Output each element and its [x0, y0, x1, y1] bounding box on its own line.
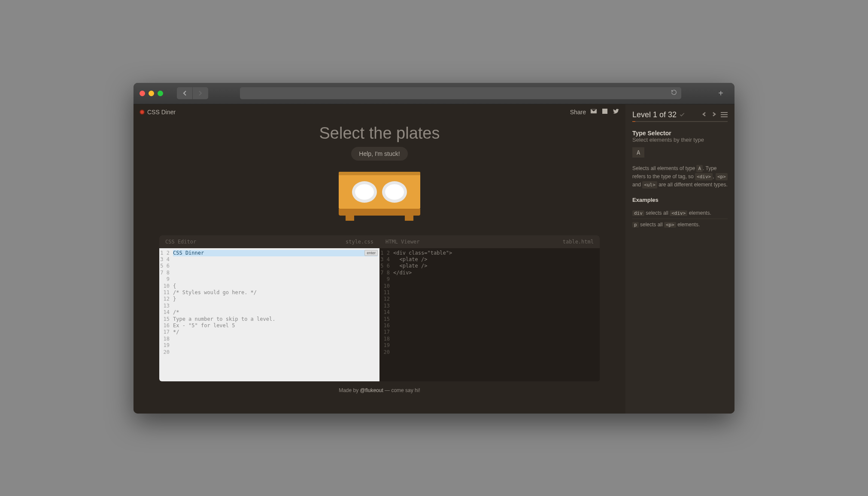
- share-label: Share: [570, 109, 586, 116]
- level-header: Level 1 of 32: [632, 110, 728, 119]
- enter-button[interactable]: enter: [364, 250, 378, 256]
- syntax-box: A: [632, 147, 644, 158]
- app-title-text: CSS Diner: [147, 109, 176, 116]
- minimize-window-button[interactable]: [149, 91, 154, 96]
- twitter-icon[interactable]: [613, 108, 619, 116]
- share-section: Share: [570, 108, 619, 116]
- example-row: div selects all <div> elements.: [632, 207, 728, 219]
- sidebar: Level 1 of 32 Type Selector Select eleme…: [625, 104, 734, 414]
- email-icon[interactable]: [590, 108, 597, 116]
- selector-subtitle: Select elements by their type: [632, 137, 728, 143]
- html-code: <div class="table"> <plate /> <plate /> …: [392, 248, 600, 381]
- css-editor-header: CSS Editor style.css: [159, 235, 379, 248]
- hero: Select the plates Help, I'm stuck!: [134, 120, 625, 229]
- maximize-window-button[interactable]: [158, 91, 163, 96]
- menu-icon[interactable]: [721, 112, 728, 117]
- css-filename: style.css: [346, 239, 373, 245]
- app-topbar: CSS Diner Share: [134, 104, 625, 120]
- table-edge: [339, 209, 420, 216]
- css-editor-pane: CSS Editor style.css 1 2 3 4 5 6 7 8 9 1…: [159, 235, 379, 381]
- table-scene: [339, 172, 420, 221]
- plate[interactable]: [352, 181, 377, 203]
- prev-level-button[interactable]: [702, 112, 707, 118]
- css-code[interactable]: enter { /* Styles would go here. */ } /*…: [172, 248, 379, 381]
- traffic-lights: [140, 91, 163, 96]
- html-viewer-title: HTML Viewer: [385, 239, 419, 245]
- html-gutter: 1 2 3 4 5 6 7 8 9 10 11 12 13 14 15 16 1…: [379, 248, 392, 381]
- help-text: Selects all elements of type A. Type ref…: [632, 164, 728, 189]
- address-bar[interactable]: [240, 87, 681, 99]
- css-input[interactable]: [173, 250, 364, 256]
- plate[interactable]: [382, 181, 407, 203]
- back-button[interactable]: [177, 87, 192, 99]
- reload-icon[interactable]: [671, 89, 677, 97]
- app-title: CSS Diner: [140, 109, 176, 116]
- close-window-button[interactable]: [140, 91, 145, 96]
- example-row: p selects all <p> elements.: [632, 219, 728, 230]
- level-title: Level 1 of 32: [632, 110, 685, 119]
- html-viewer-pane: HTML Viewer table.html 1 2 3 4 5 6 7 8 9…: [379, 235, 600, 381]
- html-viewer-header: HTML Viewer table.html: [379, 235, 600, 248]
- nav-buttons: [177, 87, 208, 99]
- footer: Made by @flukeout — come say hi!: [134, 381, 625, 399]
- css-editor-title: CSS Editor: [165, 239, 196, 245]
- css-editor-body[interactable]: 1 2 3 4 5 6 7 8 9 10 11 12 13 14 15 16 1…: [159, 248, 379, 381]
- instruction-heading: Select the plates: [319, 124, 440, 143]
- logo-icon: [140, 110, 145, 115]
- html-filename: table.html: [563, 239, 594, 245]
- next-level-button[interactable]: [711, 112, 716, 118]
- page-content: CSS Diner Share Select the plates Help, …: [134, 104, 734, 414]
- css-code-text: { /* Styles would go here. */ } /* Type …: [173, 270, 377, 336]
- author-link[interactable]: @flukeout: [360, 387, 383, 393]
- main-panel: CSS Diner Share Select the plates Help, …: [134, 104, 625, 414]
- forward-button[interactable]: [193, 87, 208, 99]
- editors: CSS Editor style.css 1 2 3 4 5 6 7 8 9 1…: [159, 235, 600, 381]
- html-viewer-body: 1 2 3 4 5 6 7 8 9 10 11 12 13 14 15 16 1…: [379, 248, 600, 381]
- check-icon: [679, 112, 685, 118]
- titlebar: +: [134, 83, 734, 104]
- level-nav: [702, 112, 728, 118]
- progress-bar: [632, 121, 728, 122]
- browser-window: + CSS Diner Share Select the plates Help…: [134, 83, 734, 414]
- css-gutter: 1 2 3 4 5 6 7 8 9 10 11 12 13 14 15 16 1…: [159, 248, 172, 381]
- help-button[interactable]: Help, I'm stuck!: [351, 147, 407, 161]
- table-top: [339, 172, 420, 209]
- examples-title: Examples: [632, 197, 728, 203]
- new-tab-button[interactable]: +: [713, 85, 728, 101]
- table-legs: [339, 216, 420, 221]
- selector-name: Type Selector: [632, 130, 728, 137]
- facebook-icon[interactable]: [601, 108, 608, 116]
